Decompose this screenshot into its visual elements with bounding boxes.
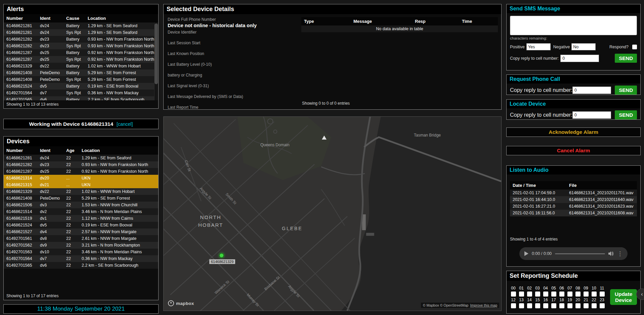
messages-col-time[interactable]: Time (459, 17, 498, 25)
table-row[interactable]: 61492701562dv9223.21 km - N from Rockham… (4, 242, 158, 249)
table-row[interactable]: 61468621314dv20...UKN (4, 175, 158, 181)
hour-checkbox-22[interactable] (592, 303, 597, 308)
hour-checkbox-15[interactable] (535, 303, 540, 308)
hour-checkbox-07[interactable] (567, 292, 572, 297)
table-row[interactable]: 61468621329dv22221.02 km - WNW from Hoba… (4, 188, 158, 195)
audio-seek-bar[interactable] (555, 253, 605, 254)
hour-checkbox-18[interactable] (559, 303, 564, 308)
hour-checkbox-23[interactable] (600, 303, 605, 308)
hour-checkbox-14[interactable] (527, 303, 532, 308)
table-row[interactable]: 61468621281dv24Sys Rpt1.29 km - SE from … (4, 29, 158, 36)
hour-checkbox-19[interactable] (567, 303, 572, 308)
hour-checkbox-01[interactable] (519, 292, 524, 297)
table-row[interactable]: 61468621287dv25Battery0.92 km - NW from … (4, 49, 158, 56)
hour-checkbox-16[interactable] (543, 303, 548, 308)
hour-checkbox-13[interactable] (519, 303, 524, 308)
locate-send-button[interactable]: SEND (615, 110, 637, 119)
messages-col-resp[interactable]: Resp (412, 17, 459, 25)
table-row[interactable]: 61468621287dv25Sys Rpt0.92 km - NW from … (4, 56, 158, 63)
table-row[interactable]: 61492701564dv7Sys Rpt0.36 km - NW from M… (4, 90, 158, 96)
table-row[interactable]: 61492701565dv6Battery2.2 km - SE from Sc… (4, 96, 158, 100)
mapbox-logo[interactable]: mapbox (168, 300, 194, 307)
devices-col-age[interactable]: Age (63, 146, 79, 155)
hour-checkbox-09[interactable] (584, 292, 589, 297)
device-messages-section: Type Message Resp Time No data available… (301, 14, 501, 109)
table-row[interactable]: 61468621281dv24Battery1.29 km - SE from … (4, 22, 158, 29)
table-row[interactable]: 61492701563dv10223.46 km - N from Merida… (4, 249, 158, 255)
table-row[interactable]: 61468621315dv21...UKN (4, 181, 158, 188)
hour-checkbox-11[interactable] (600, 292, 605, 297)
alerts-col-ident[interactable]: Ident (37, 14, 63, 22)
sms-copy-reply-input[interactable] (560, 55, 599, 62)
positive-input[interactable] (526, 43, 551, 50)
table-row[interactable]: 61468621329dv22Battery1.02 km - WNW from… (4, 63, 158, 69)
monument-icon (322, 136, 327, 140)
device-map-marker[interactable] (219, 253, 224, 258)
hour-checkbox-03[interactable] (535, 292, 540, 297)
cancel-alarm-button[interactable]: Cancel Alarm (506, 146, 641, 155)
alerts-col-cause[interactable]: Cause (63, 14, 85, 22)
cancel-working-device-link[interactable]: [cancel] (117, 121, 133, 127)
table-row[interactable]: 61468621282dv23Sys Rpt0.93 km - NW from … (4, 43, 158, 49)
alerts-scrollbar-thumb[interactable] (155, 23, 158, 84)
hour-checkbox-21[interactable] (584, 303, 589, 308)
play-icon[interactable] (524, 251, 528, 256)
acknowledge-alarm-button[interactable]: Acknowledge Alarm (506, 127, 641, 137)
hour-checkbox-05[interactable] (551, 292, 556, 297)
table-row[interactable]: 61468621282dv23Battery0.93 km - NW from … (4, 36, 158, 43)
table-row[interactable]: 61468621281dv24221.29 km - SE from Seafo… (4, 155, 158, 161)
hour-checkbox-20[interactable] (575, 303, 581, 308)
table-row[interactable]: 61492701564dv7220.36 km - NW from Mackay (4, 255, 158, 262)
alerts-col-location[interactable]: Location (85, 14, 158, 22)
hour-checkbox-00[interactable] (511, 292, 516, 297)
table-row[interactable]: 61468621282dv23220.93 km - NW from Frank… (4, 161, 158, 168)
hour-checkbox-17[interactable] (551, 303, 556, 308)
call-copy-reply-input[interactable] (572, 87, 611, 94)
table-row[interactable]: 2021-02-01 16:27:21.061468621314_2021020… (510, 203, 637, 210)
respond-checkbox[interactable] (632, 45, 637, 49)
table-row[interactable]: 61468621524dv5220.19 km - ESE from Boova… (4, 222, 158, 228)
negative-label: Negative (553, 45, 570, 49)
alerts-panel-title: Alerts (4, 4, 158, 14)
kebab-menu-icon[interactable]: ⋮ (617, 251, 623, 257)
table-row[interactable]: 61468621287dv25220.92 km - NW from Frank… (4, 168, 158, 175)
devices-col-ident[interactable]: Ident (37, 146, 63, 155)
hour-checkbox-06[interactable] (559, 292, 564, 297)
messages-col-message[interactable]: Message (351, 17, 412, 25)
hour-checkbox-08[interactable] (575, 292, 581, 297)
table-row[interactable]: 61468621519dv1221.12 km - NNW from Cairn… (4, 215, 158, 222)
audio-col-datetime[interactable]: Date / Time (510, 181, 566, 190)
devices-col-location[interactable]: Location (79, 146, 158, 155)
sms-message-textarea[interactable] (510, 16, 637, 35)
hour-checkbox-12[interactable] (511, 303, 516, 308)
volume-icon[interactable] (608, 251, 614, 256)
call-send-button[interactable]: SEND (615, 86, 637, 95)
table-row[interactable]: 61468621514dv2223.46 km - N from Meridan… (4, 208, 158, 215)
table-row[interactable]: 61468621524dv5Battery0.19 km - ESE from … (4, 83, 158, 90)
locate-copy-reply-input[interactable] (572, 111, 611, 119)
hour-checkbox-02[interactable] (527, 292, 532, 297)
improve-this-map-link[interactable]: Improve this map (470, 303, 497, 307)
audio-col-file[interactable]: File (566, 181, 637, 190)
table-row[interactable]: 2021-02-01 16:44:10.061468621314_2021020… (510, 196, 637, 203)
table-row[interactable]: 61468621408PeteDemoSys Rpt5.29 km - SE f… (4, 76, 158, 83)
table-row[interactable]: 2021-02-01 16:11:56.061468621314_2021020… (510, 210, 637, 216)
table-row[interactable]: 61492701561dv8222.61 km - NNW from Marga… (4, 235, 158, 242)
negative-input[interactable] (571, 43, 596, 50)
table-row[interactable]: 2021-02-01 17:04:59.061468621314_2021020… (510, 190, 637, 196)
update-device-button[interactable]: Update Device (610, 289, 637, 305)
hour-checkbox-10[interactable] (592, 292, 597, 297)
hour-label: 21 (582, 298, 590, 302)
devices-col-number[interactable]: Number (4, 146, 37, 155)
messages-col-type[interactable]: Type (301, 17, 351, 25)
map[interactable]: Queens Domain Tasman Bridge NORTH HOBART… (163, 116, 502, 311)
sms-send-button[interactable]: SEND (615, 54, 637, 63)
table-row[interactable]: 61468621506dv3221.53 km - NNW from Churc… (4, 202, 158, 208)
table-row[interactable]: 61468621408PeteDemoBattery5.29 km - SE f… (4, 69, 158, 76)
table-row[interactable]: 61492701565dv6222.2 km - SE from Scarbor… (4, 262, 158, 269)
alerts-col-number[interactable]: Number (4, 14, 37, 22)
table-row[interactable]: 61468621408PeteDemo225.29 km - SE from F… (4, 195, 158, 202)
table-row[interactable]: 61468621527dv4222.57 km - NNW from Marga… (4, 228, 158, 235)
hour-checkbox-04[interactable] (543, 292, 548, 297)
alerts-scrollbar[interactable] (154, 22, 158, 100)
